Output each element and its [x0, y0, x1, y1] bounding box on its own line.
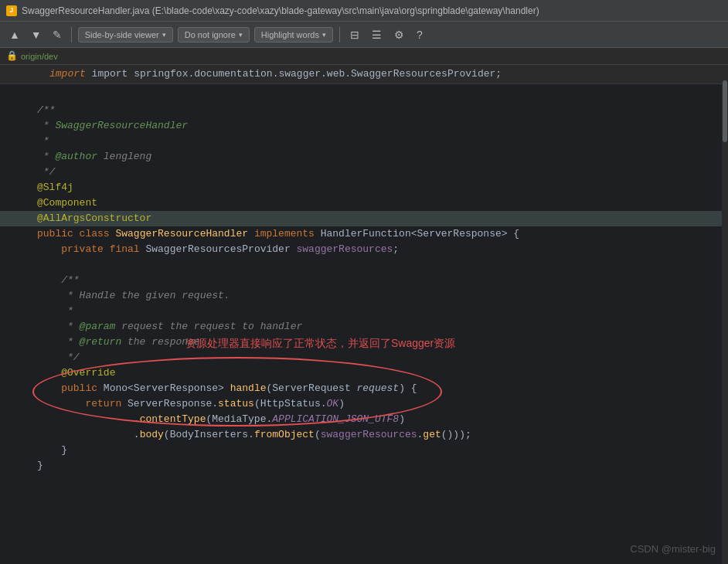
ignore-dropdown[interactable]: Do not ignore ▾ [178, 27, 250, 42]
line-content: private final SwaggerResourcesProvider s… [31, 242, 728, 257]
line-jdoc-5: */ [0, 165, 728, 180]
line-component: @Component [0, 195, 728, 211]
line-return: return ServerResponse.status(HttpStatus.… [0, 396, 728, 412]
line-content: */ [31, 165, 728, 180]
line-jdoc2-5: * @return the response [0, 335, 728, 350]
app-icon: J [6, 5, 17, 16]
highlight-dropdown[interactable]: Highlight words ▾ [254, 27, 333, 42]
edit-button[interactable]: ✎ [49, 27, 65, 42]
branch-bar: 🔒 origin/dev [0, 48, 728, 65]
viewer-arrow: ▾ [162, 31, 166, 39]
line-content: /** [31, 273, 728, 288]
branch-name: origin/dev [21, 52, 58, 61]
line-content: @Override [31, 365, 728, 381]
separator-2 [339, 27, 340, 42]
line-jdoc-1: /** [0, 103, 728, 118]
line-close-class: } [0, 458, 728, 474]
line-contenttype: .contentType(MediaType.APPLICATION_JSON_… [0, 412, 728, 427]
line-jdoc-4: * @author lengleng [0, 149, 728, 165]
line-jdoc-3: * [0, 134, 728, 149]
line-content: * Handle the given request. [31, 288, 728, 304]
highlight-label: Highlight words [261, 30, 319, 39]
watermark: CSDN @mister-big [630, 543, 716, 555]
line-content: * [31, 304, 728, 319]
line-content: * [31, 134, 728, 149]
line-content: @AllArgsConstructor [31, 211, 728, 226]
nav-up-button[interactable]: ▲ [6, 27, 23, 42]
line-content: .body(BodyInserters.fromObject(swaggerRe… [31, 427, 728, 443]
line-method-decl: public Mono<ServerResponse> handle(Serve… [0, 381, 728, 396]
line-content: public class SwaggerResourceHandler impl… [31, 226, 728, 242]
line-blank-2 [0, 257, 728, 273]
line-allargs: @AllArgsConstructor [0, 211, 728, 226]
line-content: /** [31, 103, 728, 118]
import-text: import springfox.documentation.swagger.w… [92, 68, 502, 80]
title-bar: J SwaggerResourceHandler.java (E:\blade-… [0, 0, 728, 22]
line-content: * @return the response [31, 335, 728, 350]
line-content: } [31, 458, 728, 474]
title-text: SwaggerResourceHandler.java (E:\blade-co… [22, 5, 539, 16]
line-jdoc2-4: * @param request the request to handler [0, 319, 728, 335]
import-content: import import springfox.documentation.sw… [43, 66, 728, 82]
line-content: * @author lengleng [31, 149, 728, 165]
scrollbar[interactable] [722, 65, 728, 564]
line-content: @Slf4j [31, 180, 728, 195]
line-content: } [31, 443, 728, 458]
line-content: return ServerResponse.status(HttpStatus.… [31, 396, 728, 412]
line-content: */ [31, 350, 728, 365]
import-line: import import springfox.documentation.sw… [0, 65, 728, 84]
ignore-arrow: ▾ [239, 31, 243, 39]
line-jdoc2-2: * Handle the given request. [0, 288, 728, 304]
help-icon-button[interactable]: ? [413, 26, 427, 43]
line-override: @Override [0, 365, 728, 381]
line-jdoc2-3: * [0, 304, 728, 319]
line-jdoc-2: * SwaggerResourceHandler [0, 118, 728, 134]
gear-icon-button[interactable]: ⚙ [390, 26, 408, 43]
settings-icon-button[interactable]: ⊟ [346, 26, 363, 43]
line-content: .contentType(MediaType.APPLICATION_JSON_… [31, 412, 728, 427]
line-slf4j: @Slf4j [0, 180, 728, 195]
separator-1 [71, 27, 72, 42]
line-content: @Component [31, 195, 728, 211]
line-content: public Mono<ServerResponse> handle(Serve… [31, 381, 728, 396]
columns-icon-button[interactable]: ☰ [368, 26, 386, 43]
line-jdoc2-1: /** [0, 273, 728, 288]
line-body: .body(BodyInserters.fromObject(swaggerRe… [0, 427, 728, 443]
code-lines: /** * SwaggerResourceHandler * * @author… [0, 84, 728, 564]
highlight-arrow: ▾ [322, 31, 326, 39]
viewer-dropdown[interactable]: Side-by-side viewer ▾ [78, 27, 173, 42]
line-content: * SwaggerResourceHandler [31, 118, 728, 134]
code-area: import import springfox.documentation.sw… [0, 65, 728, 564]
toolbar: ▲ ▼ ✎ Side-by-side viewer ▾ Do not ignor… [0, 22, 728, 48]
line-close-method: } [0, 443, 728, 458]
line-blank-1 [0, 87, 728, 103]
line-jdoc2-6: */ [0, 350, 728, 365]
line-field: private final SwaggerResourcesProvider s… [0, 242, 728, 257]
line-class-decl: public class SwaggerResourceHandler impl… [0, 226, 728, 242]
viewer-label: Side-by-side viewer [85, 30, 159, 39]
lock-icon: 🔒 [6, 50, 18, 62]
ignore-label: Do not ignore [185, 30, 236, 39]
scrollbar-thumb[interactable] [723, 80, 727, 142]
nav-down-button[interactable]: ▼ [28, 27, 45, 42]
line-content: * @param request the request to handler [31, 319, 728, 335]
